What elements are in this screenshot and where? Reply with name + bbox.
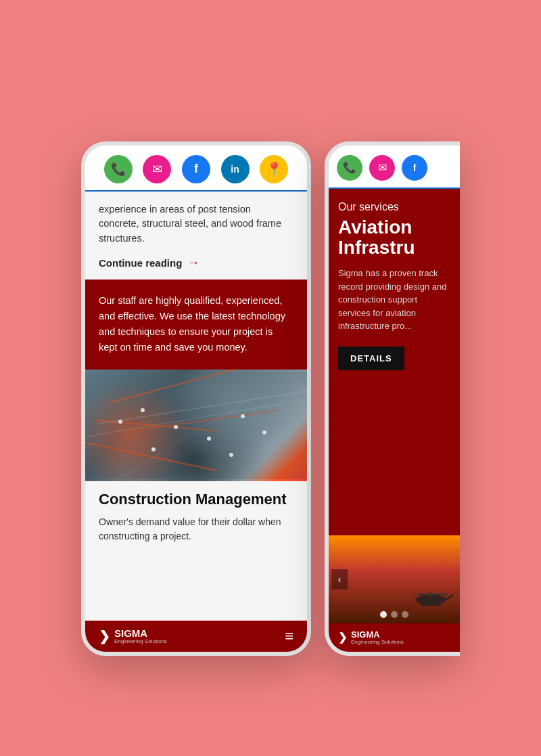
- construction-image: [85, 370, 307, 481]
- sigma-logo: ❯ SIGMA Engineering Solutions: [99, 628, 167, 644]
- red-info-card: Our staff are highly qualified, experien…: [85, 280, 307, 370]
- location-icon[interactable]: 📍: [260, 155, 288, 183]
- sigma-chevron-icon-right: ❯: [338, 631, 347, 644]
- construction-desc: Owner's demand value for their dollar wh…: [99, 515, 293, 543]
- phone-left: 📞 ✉ f in 📍 experience in areas of post t…: [81, 141, 311, 656]
- carousel-dot-1[interactable]: [380, 611, 387, 618]
- helicopter-background: [329, 535, 460, 623]
- sigma-brand-name-right: SIGMA: [351, 630, 404, 639]
- sigma-brand-sub: Engineering Solutions: [114, 638, 167, 644]
- hamburger-menu-icon[interactable]: ≡: [285, 627, 293, 645]
- carousel-dots: [380, 611, 408, 618]
- carousel-area: ‹: [329, 535, 460, 623]
- svg-point-7: [429, 592, 433, 596]
- carousel-dot-3[interactable]: [402, 611, 408, 618]
- sigma-chevron-icon: ❯: [99, 628, 110, 644]
- scene: 📞 ✉ f in 📍 experience in areas of post t…: [81, 101, 460, 656]
- construction-section: Construction Management Owner's demand v…: [85, 481, 307, 550]
- services-title-line2: Infrastru: [338, 238, 450, 259]
- sigma-brand-sub-right: Engineering Solutions: [351, 639, 404, 645]
- svg-line-5: [446, 595, 453, 600]
- continue-reading-label: Continue reading: [99, 257, 182, 269]
- bottom-nav-right: ❯ SIGMA Engineering Solutions: [329, 623, 460, 652]
- details-button[interactable]: DETAILS: [338, 347, 404, 370]
- phone-left-content: experience in areas of post tension conc…: [85, 192, 307, 621]
- continue-reading-link[interactable]: Continue reading →: [99, 256, 293, 270]
- services-title: Aviation Infrastru: [338, 217, 450, 259]
- right-phone-content: Our services Aviation Infrastru Sigma ha…: [329, 189, 460, 652]
- phone-right: 📞 ✉ f Our services Aviation Infrastru Si…: [325, 141, 460, 656]
- svg-rect-3: [85, 371, 307, 479]
- red-card-text: Our staff are highly qualified, experien…: [99, 293, 293, 356]
- phone-icon[interactable]: 📞: [104, 155, 133, 183]
- services-title-line1: Aviation: [338, 217, 450, 238]
- sigma-brand-name: SIGMA: [114, 628, 167, 638]
- construction-title: Construction Management: [99, 491, 293, 508]
- email-icon[interactable]: ✉: [143, 155, 171, 183]
- facebook-icon-right[interactable]: f: [402, 155, 427, 181]
- bottom-nav-left: ❯ SIGMA Engineering Solutions ≡: [85, 621, 307, 652]
- services-label: Our services: [338, 201, 450, 213]
- carousel-prev-button[interactable]: ‹: [331, 569, 348, 590]
- phone-icon-right[interactable]: 📞: [337, 155, 362, 181]
- services-desc: Sigma has a proven track record providin…: [338, 267, 450, 333]
- email-icon-right[interactable]: ✉: [369, 155, 395, 181]
- intro-section: experience in areas of post tension conc…: [85, 192, 307, 280]
- intro-text: experience in areas of post tension conc…: [99, 202, 293, 246]
- arrow-right-icon: →: [187, 256, 199, 270]
- icon-bar-right: 📞 ✉ f: [329, 146, 460, 189]
- carousel-dot-2[interactable]: [391, 611, 398, 618]
- icon-bar-left: 📞 ✉ f in 📍: [85, 146, 307, 192]
- services-hero: Our services Aviation Infrastru Sigma ha…: [329, 189, 460, 535]
- linkedin-icon[interactable]: in: [221, 155, 250, 183]
- facebook-icon[interactable]: f: [182, 155, 210, 183]
